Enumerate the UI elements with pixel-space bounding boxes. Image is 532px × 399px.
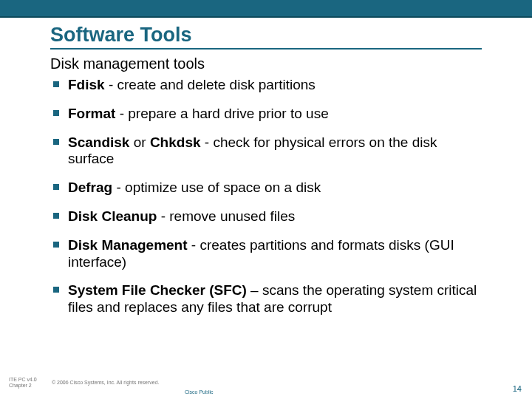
tool-desc: - prepare a hard drive prior to use bbox=[115, 106, 328, 121]
tool-desc: - create and delete disk partitions bbox=[105, 77, 316, 92]
list-item: Format - prepare a hard drive prior to u… bbox=[53, 106, 482, 123]
list-item: System File Checker (SFC) – scans the op… bbox=[53, 282, 482, 316]
tool-name: Disk Cleanup bbox=[68, 208, 157, 224]
tool-name: System File Checker (SFC) bbox=[68, 282, 247, 298]
tool-desc: - remove unused files bbox=[157, 208, 295, 224]
list-item: Defrag - optimize use of space on a disk bbox=[53, 180, 482, 197]
list-item: Fdisk - create and delete disk partition… bbox=[53, 77, 482, 94]
tool-mid: or bbox=[129, 134, 149, 150]
slide-subtitle: Disk management tools bbox=[50, 55, 482, 72]
footer-line1: ITE PC v4.0 bbox=[9, 377, 44, 383]
page-number: 14 bbox=[513, 384, 522, 393]
tool-name: Scandisk bbox=[68, 134, 129, 150]
footer-public: Cisco Public bbox=[185, 389, 214, 395]
footer-id: ITE PC v4.0 Chapter 2 bbox=[9, 377, 44, 388]
footer-line2: Chapter 2 bbox=[9, 383, 44, 389]
slide-title: Software Tools bbox=[50, 24, 482, 50]
list-item: Scandisk or Chkdsk - check for physical … bbox=[53, 134, 482, 168]
header-bar bbox=[0, 0, 532, 18]
list-item: Disk Management - creates partitions and… bbox=[53, 237, 482, 271]
list-item: Disk Cleanup - remove unused files bbox=[53, 208, 482, 225]
tool-desc: - optimize use of space on a disk bbox=[112, 180, 321, 195]
bullet-list: Fdisk - create and delete disk partition… bbox=[50, 77, 482, 316]
tool-name: Disk Management bbox=[68, 237, 188, 253]
tool-name: Format bbox=[68, 106, 115, 121]
slide-content: Software Tools Disk management tools Fdi… bbox=[0, 18, 532, 316]
tool-name: Defrag bbox=[68, 180, 112, 195]
footer-copyright: © 2006 Cisco Systems, Inc. All rights re… bbox=[52, 380, 160, 385]
tool-name-2: Chkdsk bbox=[150, 134, 201, 150]
footer: ITE PC v4.0 Chapter 2 © 2006 Cisco Syste… bbox=[0, 377, 532, 395]
tool-name: Fdisk bbox=[68, 77, 105, 92]
